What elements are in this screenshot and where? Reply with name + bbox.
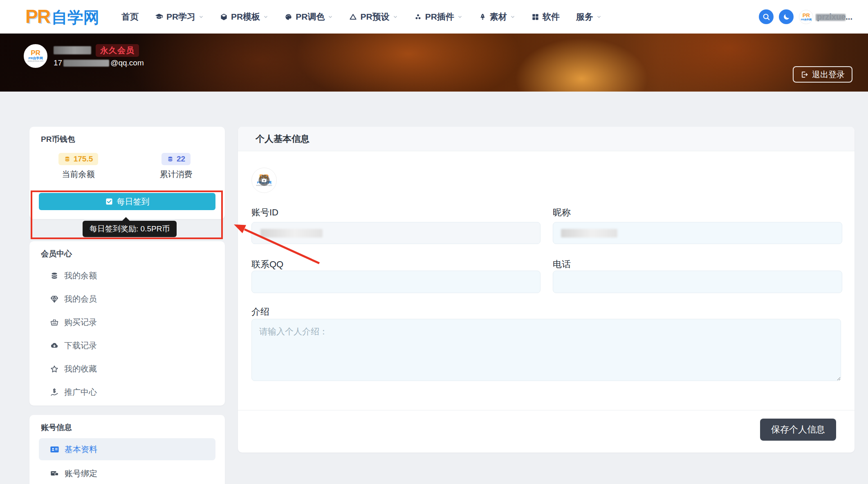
- wallet-title: PR币钱包: [41, 134, 75, 145]
- balance-stat: 175.5 当前余额: [29, 153, 127, 180]
- save-profile-button[interactable]: 保存个人信息: [760, 419, 836, 441]
- spent-badge: 22: [161, 153, 191, 165]
- user-email: 17 @qq.com: [54, 58, 144, 67]
- sidebar-item-download-history[interactable]: 下载记录: [29, 334, 225, 357]
- sidebar-item-my-membership[interactable]: 我的会员: [29, 287, 225, 311]
- top-navbar: PR 自学网 首页 PR学习 PR模板 PR调色 PR预设 PR插件: [0, 0, 868, 34]
- dark-mode-button[interactable]: [779, 9, 794, 24]
- template-icon: [220, 13, 228, 21]
- cloud-download-icon: [50, 341, 59, 350]
- profile-banner: PR PR自学网 www.przixue.com 永久会员 17 @qq.com…: [0, 34, 868, 92]
- nav-item-software[interactable]: 软件: [532, 11, 560, 22]
- id-card-icon: [50, 445, 59, 454]
- profile-avatar: PR PR自学网 www.przixue.com: [24, 44, 47, 68]
- banner-user-info: 永久会员 17 @qq.com: [54, 44, 144, 67]
- email-prefix: 17: [54, 58, 62, 67]
- daily-checkin-button[interactable]: 每日签到: [39, 193, 215, 210]
- nav-item-material[interactable]: 素材: [479, 11, 515, 22]
- coins-icon: [50, 271, 59, 280]
- sidebar-item-label: 下载记录: [64, 340, 97, 351]
- nav-label-service: 服务: [576, 11, 593, 22]
- site-logo[interactable]: PR 自学网: [25, 5, 99, 29]
- nav-label-pr-plugin: PR插件: [425, 11, 454, 22]
- intro-textarea[interactable]: [251, 319, 841, 381]
- nav-item-home[interactable]: 首页: [121, 11, 139, 22]
- account-id-label: 账号ID: [251, 206, 278, 219]
- nav-item-pr-template[interactable]: PR模板: [220, 11, 268, 22]
- logout-button[interactable]: 退出登录: [793, 66, 852, 83]
- coin-icon: [167, 156, 174, 163]
- phone-label: 电话: [553, 258, 571, 271]
- logout-icon: [801, 71, 808, 78]
- sidebar-item-label: 推广中心: [64, 387, 97, 398]
- link-binding-icon: [50, 469, 59, 478]
- checkin-tooltip: 每日签到奖励: 0.5PR币: [83, 221, 177, 237]
- search-button[interactable]: [759, 9, 774, 24]
- sidebar-item-label: 基本资料: [65, 444, 97, 455]
- intro-label: 介绍: [251, 306, 269, 318]
- camera-icon: [259, 175, 270, 186]
- nav-item-pr-plugin[interactable]: PR插件: [414, 11, 462, 22]
- nav-item-pr-learn[interactable]: PR学习: [155, 11, 204, 22]
- account-info-card: 账号信息 基本资料 账号绑定: [29, 415, 225, 484]
- balance-value: 175.5: [74, 155, 93, 164]
- change-avatar-button[interactable]: PR PR自学网 www.przixue.com: [251, 168, 277, 193]
- logout-label: 退出登录: [812, 69, 845, 80]
- sidebar-item-my-balance[interactable]: 我的余额: [29, 264, 225, 287]
- qq-input[interactable]: [251, 271, 541, 293]
- nav-label-software: 软件: [543, 11, 560, 22]
- spent-label: 累计消费: [160, 169, 193, 180]
- rocket-icon: [479, 13, 487, 21]
- chevron-down-icon: [597, 14, 601, 19]
- spent-value: 22: [177, 155, 185, 164]
- sidebar-item-my-favorites[interactable]: 我的收藏: [29, 357, 225, 381]
- profile-form-footer: 保存个人信息: [238, 410, 855, 453]
- checkbox-icon: [105, 197, 113, 206]
- profile-form-card: 个人基本信息 PR PR自学网 www.przixue.com 账号ID 昵称 …: [238, 127, 855, 453]
- sidebar-item-basic-profile[interactable]: 基本资料: [39, 438, 215, 460]
- avatar-url-text: www.przixue.com: [28, 60, 44, 62]
- nav-label-pr-template: PR模板: [231, 11, 260, 22]
- basket-icon: [50, 318, 59, 327]
- account-id-blurred-value: [260, 229, 323, 238]
- nav-item-pr-color[interactable]: PR调色: [285, 11, 333, 22]
- nav-item-service[interactable]: 服务: [576, 11, 601, 22]
- save-profile-label: 保存个人信息: [771, 424, 825, 435]
- balance-label: 当前余额: [62, 169, 95, 180]
- qq-label: 联系QQ: [251, 258, 283, 271]
- wallet-stats: 175.5 当前余额 22 累计消费: [29, 153, 225, 180]
- phone-input[interactable]: [553, 271, 842, 293]
- chevron-down-icon: [328, 14, 333, 19]
- preset-delta-icon: [349, 13, 357, 21]
- search-icon: [762, 13, 770, 21]
- member-center-card: 会员中心 我的余额 我的会员 购买记录 下载记录 我的收藏 推广中心: [29, 241, 225, 406]
- user-name: przixue...: [817, 12, 853, 22]
- member-center-list: 我的余额 我的会员 购买记录 下载记录 我的收藏 推广中心: [29, 264, 225, 404]
- moon-icon: [783, 13, 790, 21]
- vip-badge: 永久会员: [96, 44, 139, 57]
- nav-label-pr-color: PR调色: [296, 11, 325, 22]
- avatar-pr-text: PR: [803, 13, 810, 18]
- chevron-down-icon: [199, 14, 204, 19]
- chevron-down-icon: [263, 14, 268, 19]
- nav-label-material: 素材: [490, 11, 507, 22]
- sidebar-item-label: 我的会员: [64, 294, 97, 305]
- email-suffix: @qq.com: [110, 58, 144, 67]
- sidebar-item-promotion-center[interactable]: 推广中心: [29, 381, 225, 404]
- palette-icon: [285, 13, 292, 21]
- grid-icon: [532, 13, 539, 21]
- plugin-icon: [414, 13, 422, 21]
- spent-stat: 22 累计消费: [127, 153, 225, 180]
- user-avatar: PR PR自学网: [799, 10, 813, 24]
- logo-suffix-text: 自学网: [52, 7, 99, 29]
- sidebar-item-purchase-history[interactable]: 购买记录: [29, 311, 225, 334]
- sidebar-item-label: 购买记录: [64, 317, 97, 328]
- sidebar-item-account-binding[interactable]: 账号绑定: [39, 462, 215, 484]
- coin-icon: [64, 156, 71, 163]
- username-blurred: [54, 46, 91, 54]
- account-info-title: 账号信息: [41, 422, 72, 433]
- nav-label-pr-preset: PR预设: [360, 11, 389, 22]
- user-menu[interactable]: PR PR自学网 przixue...: [799, 10, 853, 24]
- nav-item-pr-preset[interactable]: PR预设: [349, 11, 397, 22]
- nav-label-home: 首页: [121, 11, 139, 22]
